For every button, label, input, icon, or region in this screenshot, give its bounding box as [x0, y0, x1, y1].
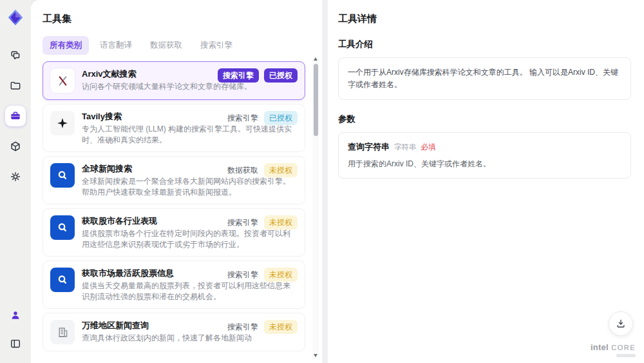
- app-logo-icon: [6, 8, 25, 27]
- tool-card-sector-performance[interactable]: 获取股市各行业表现 提供股票市场各个行业在特定时间段内的表现。投资者可以利用这些…: [43, 208, 305, 257]
- rail-bottom: [5, 305, 26, 354]
- scrollbar-up-arrow[interactable]: [314, 57, 317, 61]
- panel-divider: [322, 0, 328, 363]
- category-badge: 搜索引擎: [218, 68, 259, 83]
- tool-description: 提供股票市场各个行业在特定时间段内的表现。投资者可以利用这些信息来识别表现优于或…: [82, 228, 296, 250]
- intel-wordmark: intel: [591, 342, 609, 352]
- tool-card-tavily[interactable]: Tavily搜索 专为人工智能代理 (LLM) 构建的搜索引擎工具。可快速提供实…: [43, 104, 305, 152]
- param-box: 查询字符串 字符串 必填 用于搜索的Arxiv ID、关键字或作者姓名。: [338, 132, 631, 179]
- tools-list: Arxiv文献搜索 访问各个研究领域大量科学论文和文章的存储库。 搜索引擎 已授…: [43, 61, 305, 355]
- main-content: 工具集 所有类别 语言翻译 数据获取 搜索引擎 A: [31, 0, 644, 363]
- auth-status-badge: 未授权: [264, 163, 298, 177]
- auth-status-badge: 未授权: [264, 215, 298, 230]
- tab-data-fetch[interactable]: 数据获取: [143, 36, 189, 55]
- category-badge: 数据获取: [227, 163, 259, 177]
- intel-core-logo: intel CORE: [591, 342, 636, 357]
- app-root: 工具集 所有类别 语言翻译 数据获取 搜索引擎 A: [0, 0, 644, 363]
- cube-icon[interactable]: [5, 136, 26, 157]
- brand-sub-bar: [616, 354, 636, 357]
- tool-description: 提供当天交易量最高的股票列表，投资者可以利用这些信息来识别流动性强的股票和潜在的…: [82, 280, 296, 302]
- intro-text: 一个用于从Arxiv存储库搜索科学论文和文章的工具。 输入可以是Arxiv ID…: [348, 66, 621, 91]
- intro-heading: 工具介绍: [338, 39, 631, 50]
- intro-box: 一个用于从Arxiv存储库搜索科学论文和文章的工具。 输入可以是Arxiv ID…: [338, 57, 631, 100]
- tool-card-global-news[interactable]: 全球新闻搜索 全球新闻搜索是一个聚合全球各大新闻网站内容的搜索引擎。帮助用户快速…: [43, 156, 305, 204]
- tool-description: 全球新闻搜索是一个聚合全球各大新闻网站内容的搜索引擎。帮助用户快速获取全球最新资…: [82, 176, 296, 197]
- params-heading: 参数: [338, 113, 631, 125]
- magnifier-icon: [50, 163, 75, 188]
- tab-language-translation[interactable]: 语言翻译: [93, 36, 139, 55]
- tool-card-arxiv[interactable]: Arxiv文献搜索 访问各个研究领域大量科学论文和文章的存储库。 搜索引擎 已授…: [43, 61, 305, 100]
- auth-status-badge: 未授权: [264, 320, 298, 334]
- chat-icon[interactable]: [5, 45, 26, 66]
- rail-nav: [5, 45, 26, 187]
- tool-detail-panel: 工具详情 工具介绍 一个用于从Arxiv存储库搜索科学论文和文章的工具。 输入可…: [328, 0, 644, 363]
- magnifier-icon: [50, 268, 75, 292]
- detail-title: 工具详情: [338, 13, 631, 25]
- list-scrollbar[interactable]: [312, 55, 319, 359]
- category-badge: 搜索引擎: [227, 215, 259, 230]
- tool-description: 查询具体行政区划内的新闻，快速了解各地新闻动: [82, 333, 296, 344]
- download-button[interactable]: [609, 311, 633, 336]
- page-title: 工具集: [43, 13, 305, 25]
- building-news-icon: [50, 320, 75, 344]
- tool-description: 专为人工智能代理 (LLM) 构建的搜索引擎工具。可快速提供实时、准确和真实的结…: [82, 124, 296, 145]
- tools-list-panel: 工具集 所有类别 语言翻译 数据获取 搜索引擎 A: [31, 0, 322, 363]
- tab-all-categories[interactable]: 所有类别: [43, 36, 89, 55]
- param-description: 用于搜索的Arxiv ID、关键字或作者姓名。: [348, 159, 621, 170]
- arxiv-x-icon: [50, 68, 75, 93]
- nav-rail: [0, 0, 31, 363]
- param-required-flag: 必填: [421, 142, 436, 152]
- category-badge: 搜索引擎: [227, 111, 259, 125]
- tool-description: 访问各个研究领域大量科学论文和文章的存储库。: [82, 81, 296, 92]
- auth-status-badge: 已授权: [264, 68, 298, 83]
- settings-gear-icon[interactable]: [5, 166, 26, 187]
- auth-status-badge: 未授权: [264, 268, 298, 282]
- tool-card-regional-news[interactable]: 万维地区新闻查询 查询具体行政区划内的新闻，快速了解各地新闻动 搜索引擎 未授权: [43, 313, 305, 351]
- tab-search-engine[interactable]: 搜索引擎: [193, 36, 240, 55]
- toolbox-icon[interactable]: [5, 106, 26, 126]
- folder-icon[interactable]: [5, 75, 26, 96]
- download-icon: [615, 318, 627, 329]
- category-badge: 搜索引擎: [227, 268, 259, 282]
- param-type: 字符串: [394, 142, 417, 152]
- core-wordmark: CORE: [611, 344, 636, 351]
- scrollbar-down-arrow[interactable]: [314, 354, 317, 357]
- tool-card-most-active-stocks[interactable]: 获取市场最活跃股票信息 提供当天交易量最高的股票列表，投资者可以利用这些信息来识…: [43, 260, 305, 309]
- scrollbar-thumb[interactable]: [314, 64, 318, 136]
- auth-status-badge: 已授权: [264, 111, 298, 125]
- category-tabs: 所有类别 语言翻译 数据获取 搜索引擎: [43, 36, 305, 55]
- user-avatar-icon[interactable]: [5, 305, 26, 326]
- param-name: 查询字符串: [348, 141, 390, 153]
- magnifier-icon: [50, 215, 75, 240]
- tavily-star-icon: [50, 111, 75, 135]
- panel-toggle-icon[interactable]: [5, 333, 26, 354]
- category-badge: 搜索引擎: [227, 320, 259, 334]
